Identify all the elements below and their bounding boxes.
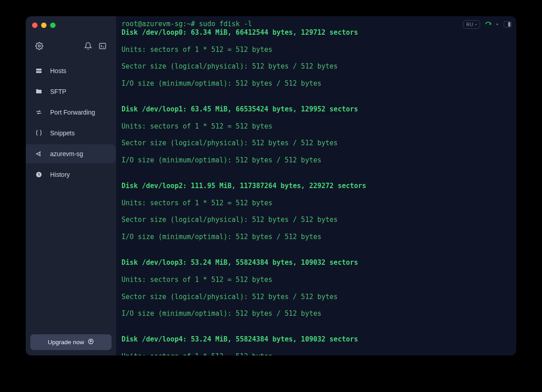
svg-rect-3 [36, 71, 42, 73]
locale-pill[interactable]: RU [463, 20, 480, 29]
sidebar-item-label: azurevm-sg [50, 150, 83, 157]
braces-icon [35, 129, 43, 137]
arrow-up-circle-icon [88, 338, 94, 346]
terminal-line: root@azurevm-sg:~# sudo fdisk -l [121, 20, 252, 28]
terminal-line: I/O size (minimum/optimal): 512 bytes / … [121, 79, 511, 88]
toggle-panel-button[interactable] [504, 21, 512, 28]
app-window: Hosts SFTP Port Forwarding Snippets [26, 16, 516, 355]
terminal-disk-header: Disk /dev/loop3: 53.24 MiB, 55824384 byt… [121, 258, 511, 267]
terminal-line: Units: sectors of 1 * 512 = 512 bytes [121, 352, 511, 355]
main-pane: RU root@azurevm-sg:~# sudo fdisk -l Disk… [116, 16, 516, 355]
sidebar: Hosts SFTP Port Forwarding Snippets [26, 16, 116, 355]
bell-icon [84, 42, 92, 52]
terminal-disk-header: Disk /dev/loop2: 111.95 MiB, 117387264 b… [121, 182, 511, 190]
sidebar-item-history[interactable]: History [26, 165, 116, 184]
sidebar-footer: Upgrade now [26, 330, 116, 355]
terminal-line: Units: sectors of 1 * 512 = 512 bytes [121, 199, 511, 208]
share-button[interactable] [484, 20, 493, 29]
arrows-icon [35, 108, 43, 116]
dot-icon [475, 24, 477, 25]
svg-point-6 [39, 152, 41, 153]
terminal-line: I/O size (minimum/optimal): 512 bytes / … [121, 233, 511, 241]
minimize-window-button[interactable] [41, 23, 47, 28]
svg-rect-1 [99, 43, 106, 49]
ubuntu-icon [35, 150, 43, 158]
sidebar-nav: Hosts SFTP Port Forwarding Snippets [26, 59, 116, 187]
sidebar-item-label: Port Forwarding [50, 109, 95, 116]
close-window-button[interactable] [32, 23, 37, 28]
sidebar-item-label: Snippets [50, 129, 75, 137]
svg-point-0 [38, 45, 41, 47]
notifications-button[interactable] [84, 42, 93, 51]
settings-button[interactable] [35, 42, 44, 51]
terminal-icon [98, 42, 107, 52]
sidebar-item-label: SFTP [50, 88, 66, 95]
svg-point-5 [36, 153, 37, 155]
terminal-line: Sector size (logical/physical): 512 byte… [121, 139, 511, 148]
locale-label: RU [467, 22, 473, 27]
folder-icon [35, 88, 43, 96]
new-terminal-button[interactable] [98, 42, 107, 51]
terminal-output[interactable]: root@azurevm-sg:~# sudo fdisk -l Disk /d… [116, 16, 516, 355]
sidebar-item-label: History [50, 171, 70, 178]
sidebar-item-session[interactable]: azurevm-sg [26, 144, 116, 163]
sidebar-item-sftp[interactable]: SFTP [26, 82, 116, 101]
terminal-disk-header: Disk /dev/loop4: 53.24 MiB, 55824384 byt… [121, 335, 511, 344]
topbar: RU [463, 20, 512, 29]
sidebar-item-snippets[interactable]: Snippets [26, 124, 116, 143]
sidebar-item-hosts[interactable]: Hosts [26, 61, 116, 80]
maximize-window-button[interactable] [50, 23, 56, 28]
terminal-disk-header: Disk /dev/loop0: 63.34 MiB, 66412544 byt… [121, 28, 511, 37]
terminal-line: I/O size (minimum/optimal): 512 bytes / … [121, 309, 511, 318]
gear-icon [35, 42, 43, 52]
upgrade-label: Upgrade now [48, 339, 84, 346]
sidebar-item-label: Hosts [50, 67, 66, 74]
svg-point-4 [37, 152, 40, 155]
window-controls [26, 16, 116, 32]
sidebar-toolbar [26, 32, 116, 59]
terminal-disk-header: Disk /dev/loop1: 63.45 MiB, 66535424 byt… [121, 105, 511, 114]
clock-icon [35, 171, 43, 179]
sidebar-item-port-forwarding[interactable]: Port Forwarding [26, 103, 116, 122]
terminal-line: Units: sectors of 1 * 512 = 512 bytes [121, 276, 511, 284]
terminal-line: I/O size (minimum/optimal): 512 bytes / … [121, 156, 511, 165]
svg-point-7 [39, 155, 41, 157]
upgrade-button[interactable]: Upgrade now [30, 334, 112, 350]
terminal-line: Units: sectors of 1 * 512 = 512 bytes [121, 122, 511, 131]
terminal-line: Units: sectors of 1 * 512 = 512 bytes [121, 46, 511, 54]
terminal-line: Sector size (logical/physical): 512 byte… [121, 62, 511, 71]
server-icon [35, 67, 43, 75]
dot-icon [496, 23, 498, 25]
terminal-line: Sector size (logical/physical): 512 byte… [121, 293, 511, 301]
terminal-line: Sector size (logical/physical): 512 byte… [121, 216, 511, 224]
svg-rect-2 [36, 69, 42, 70]
share-icon [484, 19, 492, 29]
